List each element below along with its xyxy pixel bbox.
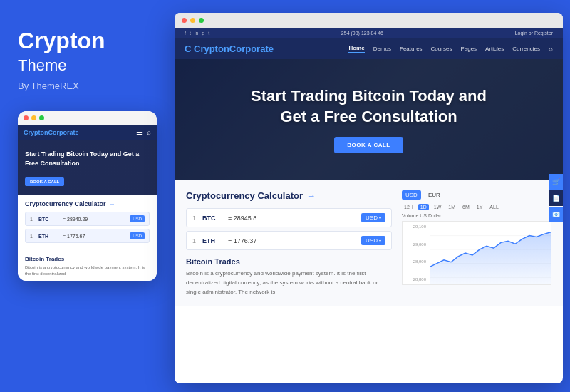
mobile-nav-icons: ☰ ⌕ (136, 128, 151, 136)
float-btn-1[interactable]: 🛒 (549, 174, 563, 190)
nav-home[interactable]: Home (348, 45, 364, 53)
mobile-cta-button[interactable]: BOOK A CALL (25, 177, 64, 186)
tab-eur[interactable]: EUR (425, 190, 443, 200)
content-right: USD EUR 12H 1D 1W 1M 6M 1Y ALL Volume US… (402, 190, 551, 296)
hero-cta-button[interactable]: BOOK A CALL (334, 137, 403, 153)
hero-content: Start Trading Bitcoin Today andGet a Fre… (251, 86, 487, 153)
desktop-hero: Start Trading Bitcoin Today andGet a Fre… (175, 59, 563, 180)
mobile-calc-section: Cryptocurrency Calculator → 1 BTC = 2894… (18, 195, 157, 252)
nav-search-icon[interactable]: ⌕ (549, 45, 553, 53)
eth-currency-selector[interactable]: USD ▾ (361, 236, 385, 245)
browser-titlebar (175, 13, 563, 28)
info-title: Bitcoin Trades (186, 257, 392, 266)
brand-subtitle: Theme (18, 56, 153, 75)
btc-currency-selector[interactable]: USD ▾ (361, 213, 385, 222)
auth-links[interactable]: Login or Register (515, 31, 553, 36)
left-panel: Crypton Theme By ThemeREX CryptonCorpora… (0, 0, 171, 392)
calc-row-btc: 1 BTC = 28945.8 USD ▾ (186, 208, 392, 227)
tab-1y[interactable]: 1Y (475, 204, 485, 210)
calc-title-arrow: → (306, 190, 316, 201)
nav-links: Home Demos Features Courses Pages Articl… (348, 45, 553, 53)
mobile-hero: Start Trading Bitcoin Today and Get a Fr… (18, 140, 157, 195)
nav-pages[interactable]: Pages (460, 46, 477, 52)
tab-1w[interactable]: 1W (432, 204, 444, 210)
nav-articles[interactable]: Articles (485, 46, 504, 52)
tab-12h[interactable]: 12H (402, 204, 415, 210)
dropdown-arrow-icon-2: ▾ (379, 238, 381, 243)
browser-dot-red (182, 18, 187, 23)
mobile-mockup: CryptonCorporate ☰ ⌕ Start Trading Bitco… (18, 111, 157, 281)
desktop-logo: C CryptonCorporate (185, 43, 274, 54)
mobile-calc-row-btc: 1 BTC = 28940.29 USD (25, 212, 150, 226)
floating-buttons: 🛒 📄 📧 (549, 174, 563, 222)
chart-svg-area (430, 222, 551, 284)
tab-1d[interactable]: 1D (418, 204, 429, 210)
mobile-calc-row-eth: 1 ETH = 1775.67 USD (25, 229, 150, 243)
dot-red (24, 115, 28, 120)
twitter-icon[interactable]: t (190, 31, 191, 36)
tab-6m[interactable]: 6M (460, 204, 472, 210)
nav-currencies[interactable]: Currencies (512, 46, 540, 52)
time-tabs: 12H 1D 1W 1M 6M 1Y ALL (402, 204, 551, 210)
calc-section-title: Cryptocurrency Calculator → (186, 190, 392, 201)
mobile-info-text: Bitcoin is a cryptocurrency and worldwid… (25, 264, 150, 277)
mobile-nav: CryptonCorporate ☰ ⌕ (18, 125, 157, 140)
tab-usd[interactable]: USD (402, 190, 421, 200)
tab-1m[interactable]: 1M (446, 204, 457, 210)
brand-by: By ThemeREX (18, 81, 153, 91)
nav-demos[interactable]: Demos (373, 46, 391, 52)
price-chart: 29,100 29,000 28,900 28,800 (402, 221, 551, 285)
calc-row-eth: 1 ETH = 1776.37 USD ▾ (186, 231, 392, 250)
calc-arrow-icon: → (109, 200, 115, 207)
desktop-browser: f t in g t 254 (98) 123 84 46 Login or R… (175, 13, 563, 383)
browser-dot-yellow (190, 18, 195, 23)
mobile-info-section: Bitcoin Trades Bitcoin is a cryptocurren… (18, 252, 157, 281)
facebook-icon[interactable]: f (185, 31, 186, 36)
mobile-info-title: Bitcoin Trades (25, 256, 150, 262)
mobile-calc-title: Cryptocurrency Calculator → (25, 200, 150, 207)
hero-title: Start Trading Bitcoin Today andGet a Fre… (251, 86, 487, 127)
nav-features[interactable]: Features (400, 46, 423, 52)
float-btn-3[interactable]: 📧 (549, 207, 563, 222)
mobile-logo: CryptonCorporate (24, 129, 79, 136)
desktop-top-bar: f t in g t 254 (98) 123 84 46 Login or R… (175, 28, 563, 38)
mobile-titlebar (18, 111, 157, 125)
phone-number: 254 (98) 123 84 46 (341, 31, 383, 36)
tab-all[interactable]: ALL (487, 204, 500, 210)
hamburger-icon[interactable]: ☰ (136, 128, 142, 136)
info-section: Bitcoin Trades Bitcoin is a cryptocurren… (186, 257, 392, 296)
content-left: Cryptocurrency Calculator → 1 BTC = 2894… (186, 190, 392, 296)
social-icons: f t in g t (185, 31, 209, 36)
content-area: Cryptocurrency Calculator → 1 BTC = 2894… (175, 180, 563, 306)
float-btn-2[interactable]: 📄 (549, 190, 563, 206)
dot-yellow (31, 115, 36, 120)
mobile-hero-title: Start Trading Bitcoin Today and Get a Fr… (25, 150, 150, 167)
search-icon[interactable]: ⌕ (147, 128, 151, 136)
chart-label: Volume US Dollar (402, 213, 551, 218)
dot-green (39, 115, 44, 120)
chart-y-labels: 29,100 29,000 28,900 28,800 (403, 222, 430, 284)
googleplus-icon[interactable]: g (202, 31, 204, 36)
info-text: Bitcoin is a cryptocurrency and worldwid… (186, 269, 392, 296)
currency-tabs: USD EUR (402, 190, 551, 200)
dropdown-arrow-icon: ▾ (379, 215, 381, 220)
linkedin-icon[interactable]: in (195, 31, 198, 36)
browser-dot-green (199, 18, 204, 23)
nav-courses[interactable]: Courses (431, 46, 452, 52)
desktop-main-nav: C CryptonCorporate Home Demos Features C… (175, 38, 563, 59)
tumblr-icon[interactable]: t (208, 31, 209, 36)
brand-title: Crypton (18, 29, 153, 53)
